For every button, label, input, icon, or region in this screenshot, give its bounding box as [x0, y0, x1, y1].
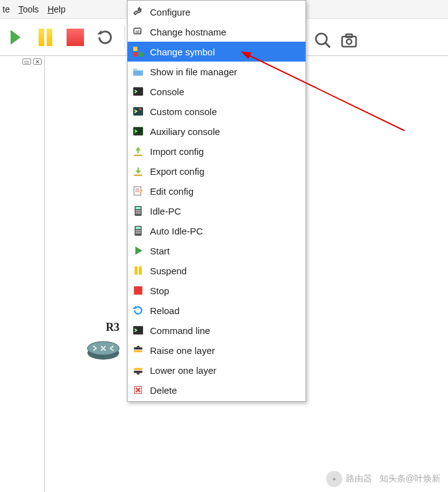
context-menu-item-label: Edit config	[150, 186, 194, 197]
context-menu-item-aux-console[interactable]: Auxiliary console	[128, 121, 306, 141]
svg-rect-12	[133, 52, 138, 57]
layer-down-icon	[133, 364, 144, 376]
context-menu-item-label: Delete	[150, 385, 177, 396]
context-menu-item-label: Console	[150, 86, 184, 97]
terminal-icon	[133, 325, 144, 336]
svg-rect-29	[136, 230, 137, 231]
context-menu-item-suspend[interactable]: Suspend	[128, 261, 306, 281]
stop-icon	[133, 285, 144, 296]
toolbar-reload-button[interactable]	[95, 27, 116, 48]
context-menu-item-import-config[interactable]: Import config	[128, 141, 306, 161]
context-menu-item-auto-idle-pc[interactable]: Auto Idle-PC	[128, 221, 306, 241]
svg-point-0	[316, 34, 327, 45]
import-icon	[133, 146, 144, 157]
stop-icon	[67, 29, 84, 46]
svg-rect-15	[133, 107, 143, 116]
calc-icon	[133, 205, 144, 216]
toolbar-zoom-button[interactable]	[312, 30, 334, 51]
svg-point-16	[139, 108, 141, 110]
toolbar-screenshot-button[interactable]	[338, 30, 360, 51]
svg-rect-20	[136, 207, 141, 209]
svg-rect-26	[139, 212, 141, 213]
panel-controls[interactable]: ▭ ✕	[22, 58, 42, 65]
svg-rect-25	[138, 212, 139, 213]
svg-rect-36	[139, 266, 142, 275]
toolbar-play-button[interactable]	[5, 27, 26, 48]
context-menu-item-label: Auto Idle-PC	[150, 226, 203, 236]
context-menu-item-idle-pc[interactable]: Idle-PC	[128, 201, 306, 221]
tag-icon: ab	[133, 26, 144, 37]
camera-icon	[340, 31, 358, 50]
watermark-text: 知头条@叶焕新	[380, 473, 441, 485]
delete-icon	[133, 384, 144, 396]
menubar-item-partial[interactable]: te	[2, 4, 10, 14]
router-icon[interactable]	[85, 336, 122, 361]
context-menu-item-lower-layer[interactable]: Lower one layer	[128, 360, 306, 380]
svg-rect-10	[133, 47, 138, 51]
panel-restore-icon[interactable]: ▭	[22, 58, 31, 65]
context-menu-item-start[interactable]: Start	[128, 241, 306, 261]
panel-close-icon[interactable]: ✕	[33, 58, 42, 65]
wrench-icon	[133, 6, 144, 17]
svg-rect-23	[139, 210, 141, 211]
svg-rect-37	[134, 286, 142, 295]
svg-rect-18	[134, 187, 141, 195]
context-menu-item-console[interactable]: Console	[128, 81, 306, 101]
palette-icon	[133, 46, 144, 57]
node-label: R3	[106, 321, 119, 334]
svg-rect-11	[139, 47, 143, 51]
toolbar-stop-button[interactable]	[65, 27, 86, 48]
context-menu-item-change-hostname[interactable]: abChange hostname	[128, 22, 306, 42]
context-menu-item-reload[interactable]: Reload	[128, 300, 306, 320]
export-icon	[133, 165, 144, 177]
context-menu-item-raise-layer[interactable]: Raise one layer	[128, 340, 306, 360]
reload-icon	[96, 29, 114, 46]
svg-rect-31	[139, 230, 141, 231]
svg-line-1	[325, 43, 330, 48]
svg-rect-30	[138, 230, 139, 231]
folder-icon	[133, 66, 144, 77]
context-menu-item-edit-config[interactable]: Edit config	[128, 181, 306, 201]
svg-rect-38	[133, 326, 143, 335]
terminal-green-icon	[133, 126, 144, 137]
reload-icon	[133, 305, 144, 316]
context-menu-item-label: Configure	[150, 7, 190, 17]
context-menu-item-label: Stop	[150, 285, 169, 296]
context-menu-item-label: Reload	[150, 305, 180, 316]
svg-rect-17	[133, 127, 143, 136]
context-menu-item-delete[interactable]: Delete	[128, 380, 306, 400]
watermark-badge: 路由器	[346, 473, 372, 485]
context-menu-item-custom-console[interactable]: Custom console	[128, 101, 306, 121]
left-panel: ▭ ✕	[0, 56, 45, 492]
context-menu: ConfigureabChange hostnameChange symbolS…	[127, 0, 306, 402]
svg-rect-22	[138, 210, 139, 211]
context-menu-item-show-in-file-mgr[interactable]: Show in file manager	[128, 62, 306, 81]
menubar-item-tools[interactable]: Tools	[19, 4, 39, 14]
layer-up-icon	[133, 345, 144, 356]
watermark-logo-icon: ✦	[326, 471, 342, 487]
context-menu-item-change-symbol[interactable]: Change symbol	[128, 42, 306, 62]
context-menu-item-stop[interactable]: Stop	[128, 281, 306, 300]
play-icon	[133, 245, 144, 256]
calc-icon	[133, 225, 144, 236]
context-menu-item-label: Custom console	[150, 106, 217, 117]
context-menu-item-label: Change hostname	[150, 27, 226, 37]
edit-icon	[133, 185, 144, 197]
context-menu-item-label: Start	[150, 246, 170, 256]
context-menu-item-command-line[interactable]: Command line	[128, 320, 306, 340]
svg-rect-41	[134, 368, 142, 370]
context-menu-item-label: Auxiliary console	[150, 126, 220, 137]
menubar-item-help[interactable]: Help	[47, 4, 65, 14]
context-menu-item-export-config[interactable]: Export config	[128, 161, 306, 181]
pause-icon	[39, 29, 52, 46]
svg-rect-35	[134, 266, 138, 275]
context-menu-item-label: Suspend	[150, 266, 187, 276]
svg-rect-33	[138, 232, 139, 233]
context-menu-item-label: Lower one layer	[150, 365, 217, 376]
svg-rect-24	[136, 212, 137, 213]
context-menu-item-configure[interactable]: Configure	[128, 2, 306, 22]
svg-rect-13	[139, 52, 143, 57]
svg-text:ab: ab	[136, 29, 141, 34]
toolbar-pause-button[interactable]	[35, 27, 56, 48]
terminal-icon	[133, 86, 144, 97]
